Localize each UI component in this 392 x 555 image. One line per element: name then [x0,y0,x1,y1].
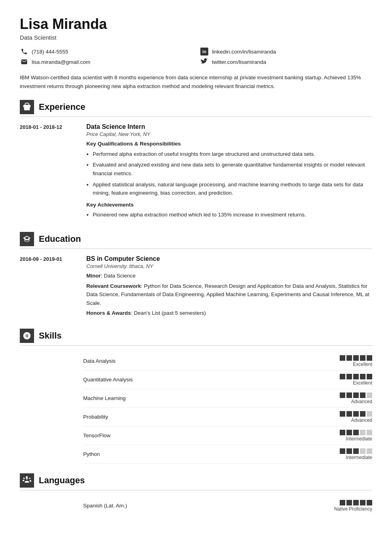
languages-header: Languages [20,473,372,490]
skills-list: Data AnalysisExcellentQuantitative Analy… [20,352,372,464]
language-dot-0-4 [367,500,372,505]
skill-dots-3 [340,411,372,417]
languages-section: Languages Spanish (Lat. Am.)Native Profi… [20,473,372,515]
skill-right-1: Excellent [340,374,372,386]
twitter-icon [200,57,209,66]
education-degree-0: BS in Computer Science [86,255,372,262]
skill-row-1: Quantitative AnalysisExcellent [83,371,372,389]
skill-right-0: Excellent [340,355,372,367]
skill-level-3: Advanced [351,417,372,423]
skill-row-0: Data AnalysisExcellent [83,352,372,371]
skill-name-3: Probability [83,414,337,420]
education-minor-0: Minor: Data Science [86,272,372,280]
education-coursework-0: Relevant Coursework: Python for Data Sci… [86,282,372,308]
skill-dot-1-0 [340,374,345,379]
skill-name-2: Machine Learning [83,395,337,401]
skill-right-2: Advanced [340,392,372,404]
skill-dot-5-0 [340,448,345,454]
experience-section: Experience 2018-01 - 2018-12 Data Scienc… [20,100,372,222]
language-row-0: Spanish (Lat. Am.)Native Proficiency [83,497,372,515]
skill-level-2: Advanced [351,399,372,404]
skill-level-5: Intermediate [346,455,372,460]
skill-dot-5-4 [367,448,372,454]
skill-dot-3-4 [367,411,372,417]
skill-dot-1-4 [367,374,372,379]
skill-right-4: Intermediate [340,430,372,442]
skill-level-0: Excellent [353,362,372,367]
skill-dot-3-2 [353,411,359,417]
languages-icon [20,473,34,488]
language-right-0: Native Proficiency [334,500,372,512]
skill-dot-0-2 [353,355,359,361]
skill-dot-5-3 [360,448,365,454]
skill-row-2: Machine LearningAdvanced [83,389,372,408]
experience-entry-0: 2018-01 - 2018-12 Data Science Intern Pr… [20,123,372,222]
skill-dot-2-4 [367,392,372,398]
education-section: Education 2016-09 - 2019-01 BS in Comput… [20,232,372,319]
experience-bullet-0-1: Evaluated and analyzed existing and new … [93,161,372,178]
language-dots-0 [340,500,372,505]
skill-dot-1-3 [360,374,365,379]
candidate-title: Data Scientist [20,34,372,41]
skill-dot-1-1 [346,374,352,379]
skill-right-3: Advanced [340,411,372,423]
skill-name-1: Quantitative Analysis [83,377,337,383]
experience-bullet-0-0: Performed alpha extraction of useful ins… [93,150,372,159]
languages-list: Spanish (Lat. Am.)Native Proficiency [20,497,372,515]
skills-section: Skills Data AnalysisExcellentQuantitativ… [20,329,372,464]
skill-dot-2-0 [340,392,345,398]
language-dot-0-3 [360,500,365,505]
education-entry-0: 2016-09 - 2019-01 BS in Computer Science… [20,255,372,319]
skill-row-3: ProbabilityAdvanced [83,408,372,427]
candidate-name: Lisa Miranda [20,16,372,33]
skill-name-5: Python [83,451,337,457]
skill-dot-1-2 [353,374,359,379]
skill-right-5: Intermediate [340,448,372,460]
linkedin-value: linkedin.com/in/lisamiranda [212,49,276,55]
skills-icon [20,329,34,343]
experience-header: Experience [20,100,372,117]
skill-dot-4-3 [360,430,365,435]
skill-dots-2 [340,392,372,398]
skill-row-5: PythonIntermediate [83,445,372,464]
language-name-0: Spanish (Lat. Am.) [83,503,331,509]
skill-name-0: Data Analysis [83,358,337,364]
skill-dot-0-1 [346,355,352,361]
twitter-contact: twitter.com/lisamiranda [200,57,372,66]
skill-dot-3-3 [360,411,365,417]
languages-title: Languages [39,475,85,486]
skills-header: Skills [20,329,372,346]
phone-icon [20,47,29,56]
experience-achieve-0-0: Pioneered new alpha extraction method wh… [93,211,372,219]
skill-dot-0-4 [367,355,372,361]
experience-achieve-label-0: Key Achievements [86,201,372,209]
skill-dot-4-4 [367,430,372,435]
skill-dot-0-3 [360,355,365,361]
education-school-0: Cornell University. Ithaca, NY [86,263,372,269]
skill-name-4: TensorFlow [83,433,337,438]
experience-date-0: 2018-01 - 2018-12 [20,123,83,222]
experience-icon [20,100,34,114]
skill-dot-4-1 [346,430,352,435]
experience-bullets-0: Performed alpha extraction of useful ins… [93,150,372,197]
skill-dot-3-1 [346,411,352,417]
experience-title: Experience [39,102,85,112]
skill-dot-2-2 [353,392,359,398]
experience-content-0: Data Science Intern Price Capital, New Y… [86,123,372,222]
experience-qual-label-0: Key Qualifications & Responsibilities [86,140,372,148]
phone-contact: (718) 444-5555 [20,47,192,56]
education-icon [20,232,34,246]
skill-dot-3-0 [340,411,345,417]
skill-dots-1 [340,374,372,379]
experience-job-title-0: Data Science Intern [86,123,372,130]
email-value: lisa.miranda@gmail.com [32,59,90,65]
education-honors-0: Honors & Awards: Dean's List (past 5 sem… [86,309,372,318]
skill-dot-0-0 [340,355,345,361]
skill-level-4: Intermediate [346,436,372,442]
language-level-0: Native Proficiency [334,506,372,512]
language-dot-0-0 [340,500,345,505]
skill-dot-2-3 [360,392,365,398]
skill-dot-4-0 [340,430,345,435]
skill-dot-5-2 [353,448,359,454]
twitter-value: twitter.com/lisamiranda [212,59,266,65]
